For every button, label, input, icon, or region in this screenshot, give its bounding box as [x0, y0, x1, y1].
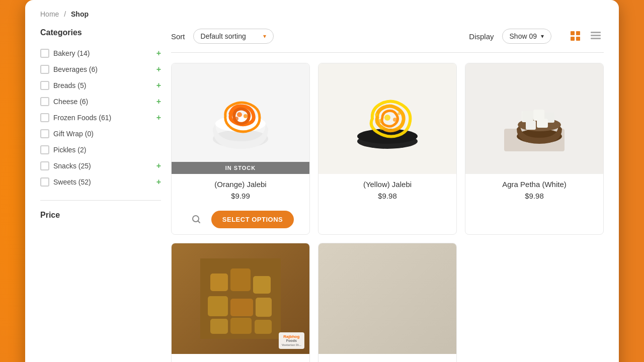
frozen-foods-checkbox[interactable] — [40, 113, 49, 122]
svg-rect-30 — [537, 119, 548, 128]
product-actions-orange-jalebi: SELECT OPTIONS — [172, 210, 309, 234]
frozen-foods-plus-icon[interactable]: + — [156, 113, 161, 122]
category-pickles[interactable]: Pickles (2) — [40, 142, 161, 158]
toolbar: Sort Default sorting ▾ Display Show 09 ▾ — [171, 28, 604, 53]
product-info-4 — [172, 354, 309, 362]
sort-chevron-down-icon: ▾ — [263, 33, 266, 40]
snacks-label: Snacks (25) — [53, 162, 152, 170]
beverages-plus-icon[interactable]: + — [156, 65, 161, 74]
frozen-foods-label: Frozen Foods (61) — [53, 114, 152, 122]
gift-wrap-checkbox[interactable] — [40, 129, 49, 138]
svg-point-18 — [393, 118, 397, 122]
price-title: Price — [40, 211, 161, 220]
svg-rect-0 — [571, 31, 575, 35]
svg-rect-38 — [210, 319, 228, 334]
bakery-checkbox[interactable] — [40, 49, 49, 58]
product-image-orange-jalebi: IN STOCK — [172, 63, 309, 174]
sweets-label: Sweets (52) — [53, 178, 152, 186]
svg-rect-2 — [571, 37, 575, 41]
svg-point-19 — [375, 113, 378, 116]
sweets-checkbox[interactable] — [40, 177, 49, 187]
content-area: Sort Default sorting ▾ Display Show 09 ▾ — [171, 28, 604, 362]
product-info-orange-jalebi: (Orange) Jalebi $9.99 — [172, 174, 309, 210]
sort-label: Sort — [171, 32, 185, 41]
product-card-yellow-jalebi[interactable]: (Yellow) Jalebi $9.98 — [318, 63, 457, 235]
svg-line-13 — [198, 221, 200, 223]
product-image-agra-petha — [465, 63, 603, 174]
pickles-checkbox[interactable] — [40, 145, 49, 154]
product-price-agra-petha: $9.98 — [471, 192, 597, 200]
display-chevron-down-icon: ▾ — [541, 33, 544, 40]
select-options-button-orange-jalebi[interactable]: SELECT OPTIONS — [211, 211, 294, 228]
breads-label: Breads (5) — [53, 81, 152, 89]
product-image-4: Rajbhog Foods Veetarian Di... — [172, 243, 309, 354]
product-card-agra-petha[interactable]: Agra Petha (White) $9.98 — [465, 63, 604, 235]
product-info-agra-petha: Agra Petha (White) $9.98 — [465, 174, 603, 210]
svg-rect-6 — [591, 38, 601, 39]
rajbhog-brand-overlay: Rajbhog Foods Veetarian Di... — [279, 332, 304, 349]
svg-rect-36 — [230, 299, 253, 316]
category-beverages[interactable]: Beverages (6) + — [40, 61, 161, 77]
product-name-yellow-jalebi: (Yellow) Jalebi — [325, 180, 450, 189]
list-view-icon[interactable] — [588, 28, 604, 44]
svg-point-21 — [380, 127, 383, 130]
product-image-5 — [318, 243, 456, 354]
svg-point-16 — [384, 115, 390, 121]
cheese-checkbox[interactable] — [40, 97, 49, 106]
product-card-orange-jalebi[interactable]: IN STOCK (Orange) Jalebi $9.99 — [171, 63, 310, 235]
pickles-label: Pickles (2) — [53, 146, 161, 154]
products-grid: IN STOCK (Orange) Jalebi $9.99 — [171, 63, 604, 362]
categories-title: Categories — [40, 28, 161, 37]
sweets-plus-icon[interactable]: + — [156, 177, 161, 187]
svg-rect-3 — [576, 37, 580, 41]
category-breads[interactable]: Breads (5) + — [40, 77, 161, 94]
grid-view-icon[interactable] — [568, 28, 584, 44]
breadcrumb-current: Shop — [71, 10, 89, 18]
bakery-label: Bakery (14) — [53, 49, 152, 57]
display-label: Display — [469, 32, 494, 41]
cheese-plus-icon[interactable]: + — [156, 97, 161, 106]
breads-plus-icon[interactable]: + — [156, 81, 161, 90]
display-dropdown[interactable]: Show 09 ▾ — [502, 29, 551, 44]
svg-rect-40 — [255, 320, 272, 334]
category-cheese[interactable]: Cheese (6) + — [40, 94, 161, 110]
category-snacks[interactable]: Snacks (25) + — [40, 158, 161, 174]
svg-rect-29 — [526, 121, 536, 130]
svg-rect-1 — [576, 31, 580, 35]
breads-checkbox[interactable] — [40, 81, 49, 90]
view-icons — [568, 28, 604, 44]
svg-rect-5 — [591, 35, 601, 36]
svg-point-20 — [397, 112, 400, 115]
bakery-plus-icon[interactable]: + — [156, 49, 161, 58]
beverages-label: Beverages (6) — [53, 65, 152, 73]
product-image-yellow-jalebi — [318, 63, 456, 174]
product-card-4[interactable]: Rajbhog Foods Veetarian Di... — [171, 243, 310, 362]
svg-rect-33 — [230, 268, 251, 291]
display-value: Show 09 — [510, 32, 537, 40]
breadcrumb-home[interactable]: Home — [40, 10, 59, 18]
svg-rect-4 — [591, 32, 601, 33]
sort-dropdown[interactable]: Default sorting ▾ — [193, 29, 274, 44]
product-info-yellow-jalebi: (Yellow) Jalebi $9.98 — [318, 174, 456, 210]
product-price-orange-jalebi: $9.99 — [178, 192, 303, 200]
svg-point-9 — [237, 112, 242, 117]
snacks-checkbox[interactable] — [40, 161, 49, 170]
product-search-button-orange-jalebi[interactable] — [187, 210, 205, 228]
svg-rect-37 — [256, 298, 272, 317]
sidebar-divider — [40, 200, 161, 201]
beverages-checkbox[interactable] — [40, 65, 49, 74]
svg-rect-39 — [230, 318, 252, 334]
category-gift-wrap[interactable]: Gift Wrap (0) — [40, 126, 161, 142]
snacks-plus-icon[interactable]: + — [156, 161, 161, 170]
breadcrumb: Home / Shop — [40, 10, 604, 18]
svg-rect-32 — [210, 274, 228, 291]
product-price-yellow-jalebi: $9.98 — [325, 192, 450, 200]
category-bakery[interactable]: Bakery (14) + — [40, 45, 161, 61]
svg-rect-26 — [522, 111, 533, 122]
product-name-orange-jalebi: (Orange) Jalebi — [178, 180, 303, 189]
category-sweets[interactable]: Sweets (52) + — [40, 174, 161, 190]
cheese-label: Cheese (6) — [53, 98, 152, 106]
svg-rect-35 — [208, 296, 228, 316]
product-card-5[interactable] — [318, 243, 457, 362]
category-frozen-foods[interactable]: Frozen Foods (61) + — [40, 110, 161, 126]
